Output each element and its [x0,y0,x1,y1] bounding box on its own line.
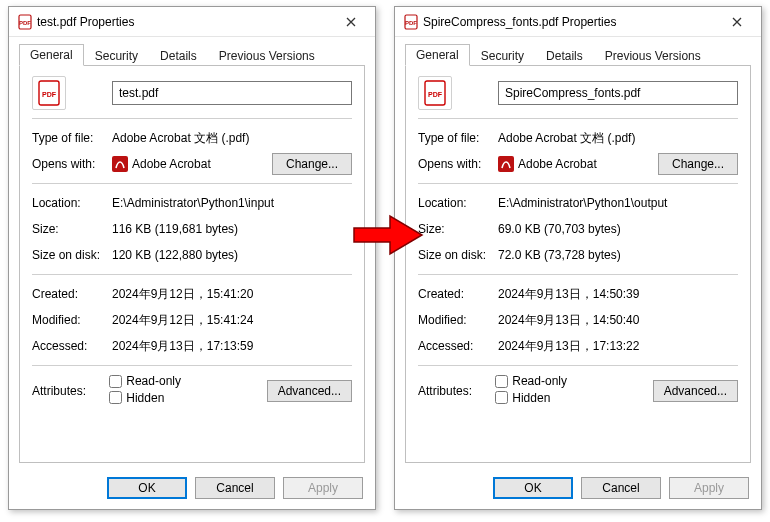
titlebar: PDF test.pdf Properties [9,7,375,37]
change-button[interactable]: Change... [272,153,352,175]
label-size-on-disk: Size on disk: [32,248,112,262]
advanced-button[interactable]: Advanced... [653,380,738,402]
advanced-button[interactable]: Advanced... [267,380,352,402]
hidden-checkbox[interactable]: Hidden [109,391,164,405]
label-modified: Modified: [418,313,498,327]
label-attributes: Attributes: [32,384,109,398]
cancel-button[interactable]: Cancel [195,477,275,499]
file-type-icon: PDF [32,76,66,110]
label-opens-with: Opens with: [32,157,112,171]
properties-dialog: PDF SpireCompress_fonts.pdf Properties G… [394,6,762,510]
window-title: test.pdf Properties [37,15,331,29]
ok-button[interactable]: OK [493,477,573,499]
label-modified: Modified: [32,313,112,327]
tab-general[interactable]: General [405,44,470,66]
file-type-icon: PDF [418,76,452,110]
value-size-on-disk: 120 KB (122,880 bytes) [112,248,352,262]
cancel-button[interactable]: Cancel [581,477,661,499]
value-type-of-file: Adobe Acrobat 文档 (.pdf) [498,130,738,147]
label-size-on-disk: Size on disk: [418,248,498,262]
value-created: 2024年9月12日，15:41:20 [112,286,352,303]
label-accessed: Accessed: [32,339,112,353]
readonly-label: Read-only [512,374,567,388]
label-created: Created: [418,287,498,301]
label-size: Size: [32,222,112,236]
value-location: E:\Administrator\Python1\output [498,196,738,210]
label-accessed: Accessed: [418,339,498,353]
readonly-checkbox[interactable]: Read-only [109,374,181,388]
tab-general[interactable]: General [19,44,84,66]
svg-text:PDF: PDF [19,20,31,26]
titlebar: PDF SpireCompress_fonts.pdf Properties [395,7,761,37]
value-accessed: 2024年9月13日，17:13:59 [112,338,352,355]
tab-strip: General Security Details Previous Versio… [19,43,365,65]
value-modified: 2024年9月12日，15:41:24 [112,312,352,329]
apply-button[interactable]: Apply [669,477,749,499]
close-icon [346,17,356,27]
label-type-of-file: Type of file: [418,131,498,145]
value-opens-with: Adobe Acrobat [518,157,597,171]
close-button[interactable] [331,8,371,36]
value-size: 116 KB (119,681 bytes) [112,222,352,236]
dialog-buttons: OK Cancel Apply [395,477,761,499]
svg-rect-4 [112,156,128,172]
pdf-icon: PDF [403,14,419,30]
value-location: E:\Administrator\Python1\input [112,196,352,210]
tab-previous[interactable]: Previous Versions [208,45,326,66]
tab-security[interactable]: Security [84,45,149,66]
label-size: Size: [418,222,498,236]
svg-text:PDF: PDF [42,91,57,98]
value-created: 2024年9月13日，14:50:39 [498,286,738,303]
label-created: Created: [32,287,112,301]
svg-text:PDF: PDF [405,20,417,26]
svg-rect-9 [498,156,514,172]
acrobat-icon [112,156,128,172]
acrobat-icon [498,156,514,172]
tab-details[interactable]: Details [535,45,594,66]
general-panel: PDF Type of file: Adobe Acrobat 文档 (.pdf… [19,65,365,463]
value-size: 69.0 KB (70,703 bytes) [498,222,738,236]
close-button[interactable] [717,8,757,36]
filename-input[interactable] [112,81,352,105]
hidden-checkbox[interactable]: Hidden [495,391,550,405]
value-modified: 2024年9月13日，14:50:40 [498,312,738,329]
apply-button[interactable]: Apply [283,477,363,499]
readonly-label: Read-only [126,374,181,388]
hidden-label: Hidden [512,391,550,405]
tab-previous[interactable]: Previous Versions [594,45,712,66]
properties-dialog: PDF test.pdf Properties General Security… [8,6,376,510]
tab-strip: General Security Details Previous Versio… [405,43,751,65]
close-icon [732,17,742,27]
value-opens-with: Adobe Acrobat [132,157,211,171]
pdf-icon: PDF [17,14,33,30]
label-type-of-file: Type of file: [32,131,112,145]
general-panel: PDF Type of file: Adobe Acrobat 文档 (.pdf… [405,65,751,463]
value-accessed: 2024年9月13日，17:13:22 [498,338,738,355]
window-title: SpireCompress_fonts.pdf Properties [423,15,717,29]
readonly-checkbox[interactable]: Read-only [495,374,567,388]
hidden-label: Hidden [126,391,164,405]
change-button[interactable]: Change... [658,153,738,175]
filename-input[interactable] [498,81,738,105]
label-attributes: Attributes: [418,384,495,398]
svg-text:PDF: PDF [428,91,443,98]
label-location: Location: [418,196,498,210]
value-type-of-file: Adobe Acrobat 文档 (.pdf) [112,130,352,147]
dialog-buttons: OK Cancel Apply [9,477,375,499]
ok-button[interactable]: OK [107,477,187,499]
tab-details[interactable]: Details [149,45,208,66]
label-opens-with: Opens with: [418,157,498,171]
tab-security[interactable]: Security [470,45,535,66]
value-size-on-disk: 72.0 KB (73,728 bytes) [498,248,738,262]
label-location: Location: [32,196,112,210]
